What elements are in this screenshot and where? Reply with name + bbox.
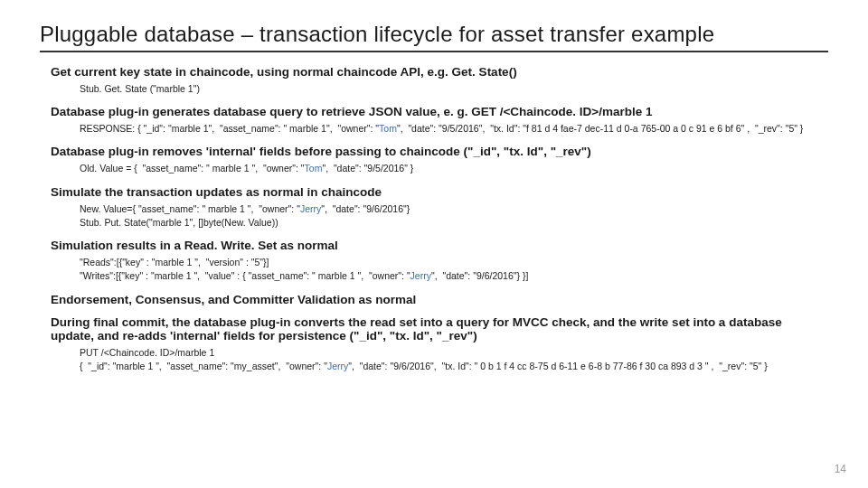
code-text: ", "date": "9/6/2016", "tx. Id": " 0 b 1… <box>348 361 767 371</box>
section-heading: Endorsement, Consensus, and Committer Va… <box>51 293 828 306</box>
highlighted-text: Jerry <box>410 270 431 281</box>
code-text: Stub. Get. State ("marble 1") <box>80 83 200 94</box>
sections-container: Get current key state in chaincode, usin… <box>40 65 828 373</box>
highlighted-text: Jerry <box>300 203 321 214</box>
code-line: PUT /<Chaincode. ID>/marble 1 <box>80 346 828 360</box>
code-text: Old. Value = { "asset_name": " marble 1 … <box>80 163 305 174</box>
section-heading: Simulate the transaction updates as norm… <box>51 185 828 199</box>
highlighted-text: Tom <box>379 123 397 134</box>
code-text: ", "date": "9/5/2016", "tx. Id": "f 81 d… <box>397 123 803 134</box>
slide-title: Pluggable database – transaction lifecyc… <box>40 22 828 52</box>
code-text: "Writes":[{"key" : "marble 1 ", "value" … <box>80 270 410 281</box>
code-line: { "_id": "marble 1 ", "asset_name": "my_… <box>80 360 828 373</box>
code-text: New. Value={ "asset_name": " marble 1 ",… <box>80 203 300 214</box>
section-heading: Get current key state in chaincode, usin… <box>51 65 828 79</box>
code-text: Stub. Put. State("marble 1", []byte(New.… <box>80 217 278 228</box>
section-heading: Database plug-in generates database quer… <box>51 105 828 118</box>
code-text: ", "date": "9/6/2016"} <box>321 203 410 214</box>
code-text: ", "date": "9/6/2016"} }] <box>431 270 528 281</box>
code-line: Stub. Get. State ("marble 1") <box>80 82 828 96</box>
code-line: Stub. Put. State("marble 1", []byte(New.… <box>80 216 828 230</box>
section-heading: During final commit, the database plug-i… <box>51 315 828 343</box>
highlighted-text: Jerry <box>327 361 348 371</box>
code-text: RESPONSE: { "_id": "marble 1", "asset_na… <box>80 123 379 134</box>
section-heading: Database plug-in removes 'internal' fiel… <box>51 145 828 158</box>
code-line: New. Value={ "asset_name": " marble 1 ",… <box>80 202 828 216</box>
section-heading: Simulation results in a Read. Write. Set… <box>51 239 828 252</box>
page-number: 14 <box>835 463 846 475</box>
code-text: ", "date": "9/5/2016" } <box>322 163 413 174</box>
code-line: RESPONSE: { "_id": "marble 1", "asset_na… <box>80 122 828 136</box>
code-text: PUT /<Chaincode. ID>/marble 1 <box>80 347 214 358</box>
highlighted-text: Tom <box>305 163 323 174</box>
code-line: Old. Value = { "asset_name": " marble 1 … <box>80 162 828 175</box>
slide: Pluggable database – transaction lifecyc… <box>0 0 868 488</box>
code-text: "Reads":[{"key" : "marble 1 ", "version"… <box>80 257 269 267</box>
code-text: { "_id": "marble 1 ", "asset_name": "my_… <box>80 361 327 371</box>
code-line: "Writes":[{"key" : "marble 1 ", "value" … <box>80 269 828 283</box>
code-line: "Reads":[{"key" : "marble 1 ", "version"… <box>80 256 828 269</box>
